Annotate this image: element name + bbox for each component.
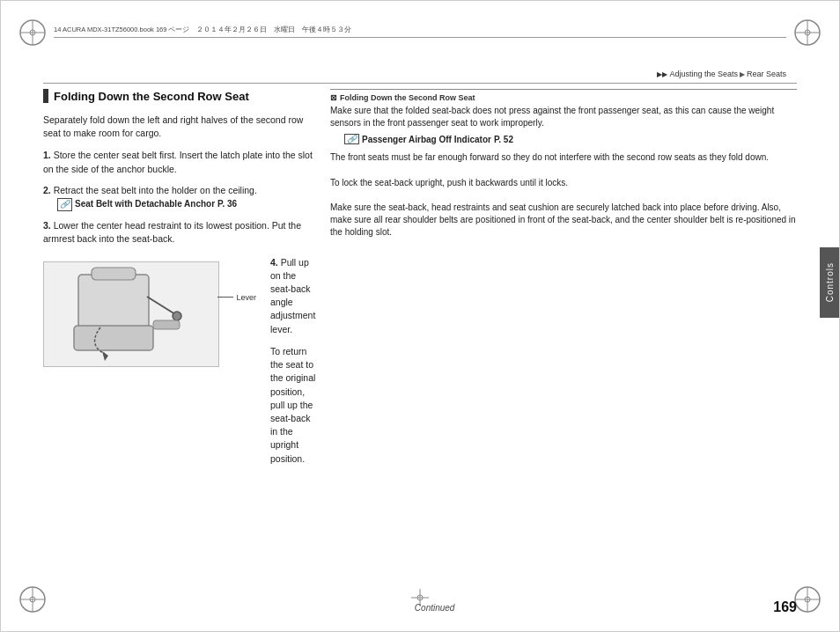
note-text-4: Make sure the seat-back, head restraints…: [330, 202, 797, 239]
footer: Continued 169: [43, 599, 797, 615]
footer-page-number: 169: [773, 599, 797, 615]
breadcrumb-arrow2: ▶: [740, 70, 745, 78]
note-ref-icon: 🔗: [344, 134, 359, 144]
step-4-area: 4. Pull up on the seat-back angle adjust…: [228, 256, 316, 469]
left-column: Folding Down the Second Row Seat Separat…: [43, 89, 316, 583]
corner-decoration-tl: [17, 17, 48, 48]
breadcrumb-section: Adjusting the Seats: [669, 70, 738, 78]
step-3-text: Lower the center head restraint to its l…: [43, 220, 301, 244]
step-2-ref: 🔗 Seat Belt with Detachable Anchor P. 36: [57, 198, 237, 211]
page: 14 ACURA MDX-31TZ56000.book 169 ページ ２０１４…: [0, 0, 840, 632]
lever-label-text: Lever: [236, 293, 256, 302]
seat-image: [43, 261, 219, 367]
breadcrumb-arrow1: ▶▶: [657, 70, 667, 78]
svg-point-22: [173, 312, 181, 320]
step-4-num: 4.: [270, 257, 278, 268]
file-info-bar: 14 ACURA MDX-31TZ56000.book 169 ページ ２０１４…: [54, 26, 786, 38]
side-tab-text: Controls: [825, 262, 835, 302]
note-1-ref-page: P. 52: [494, 135, 513, 144]
main-content: Folding Down the Second Row Seat Separat…: [43, 89, 797, 583]
svg-rect-20: [74, 326, 153, 350]
footer-continued: Continued: [415, 603, 455, 613]
note-icon: ⊠: [330, 93, 337, 102]
top-rule: [43, 83, 797, 84]
section-heading: Folding Down the Second Row Seat: [43, 89, 316, 103]
step-3-num: 3.: [43, 220, 51, 231]
breadcrumb: ▶▶ Adjusting the Seats ▶ Rear Seats: [657, 70, 786, 78]
step-2: 2. Retract the seat belt into the holder…: [43, 184, 316, 211]
step-2-ref-page: P. 36: [217, 198, 237, 211]
note-1-ref-text: Passenger Airbag Off Indicator: [362, 135, 491, 144]
step-2-num: 2.: [43, 185, 51, 195]
return-text: To return the seat to the original posit…: [270, 345, 316, 466]
step-4: 4. Pull up on the seat-back angle adjust…: [270, 256, 316, 336]
corner-decoration-tr: [792, 17, 823, 48]
svg-line-21: [147, 297, 175, 314]
svg-rect-23: [153, 320, 180, 329]
lever-label: Lever: [217, 293, 256, 302]
step-3: 3. Lower the center head restraint to it…: [43, 219, 316, 246]
heading-bar: [43, 89, 48, 103]
seat-image-container: Lever: [43, 256, 219, 367]
step-2-text: Retract the seat belt into the holder on…: [54, 185, 257, 195]
svg-marker-25: [102, 351, 108, 361]
intro-text: Separately fold down the left and right …: [43, 114, 316, 140]
note-header: ⊠ Folding Down the Second Row Seat: [330, 93, 797, 102]
svg-rect-24: [92, 268, 136, 280]
note-text-1: Make sure that the folded seat-back does…: [330, 105, 797, 129]
step-image-row: Lever 4. Pull up on the seat-back angle …: [43, 256, 316, 469]
note-text-2: The front seats must be far enough forwa…: [330, 151, 797, 164]
note-header-text: Folding Down the Second Row Seat: [340, 93, 475, 102]
step-1: 1. Store the center seat belt first. Ins…: [43, 149, 316, 175]
file-info-text: 14 ACURA MDX-31TZ56000.book 169 ページ ２０１４…: [54, 26, 352, 34]
side-tab: Controls: [820, 247, 839, 318]
step-1-num: 1.: [43, 150, 51, 160]
step-4-text: Pull up on the seat-back angle adjustmen…: [270, 257, 315, 334]
step-2-ref-text: Seat Belt with Detachable Anchor: [75, 198, 215, 211]
heading-text: Folding Down the Second Row Seat: [54, 90, 249, 103]
breadcrumb-subsection: Rear Seats: [747, 70, 786, 78]
step-1-text: Store the center seat belt first. Insert…: [43, 150, 313, 173]
note-1-ref: 🔗 Passenger Airbag Off Indicator P. 52: [344, 134, 513, 144]
ref-icon: 🔗: [57, 198, 72, 211]
svg-rect-19: [78, 275, 149, 327]
right-column: ⊠ Folding Down the Second Row Seat Make …: [330, 89, 797, 583]
note-section-1: ⊠ Folding Down the Second Row Seat Make …: [330, 89, 797, 144]
note-text-3: To lock the seat-back upright, push it b…: [330, 177, 797, 189]
